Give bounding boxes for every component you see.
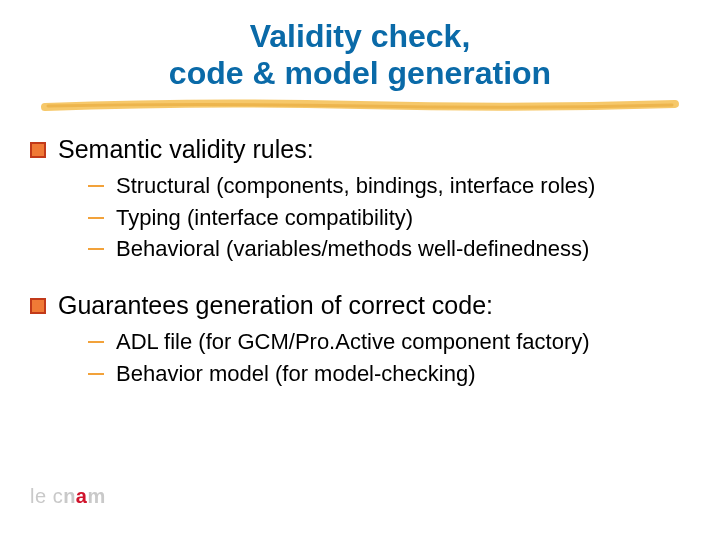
sub-item: Structural (components, bindings, interf… — [88, 171, 690, 201]
title-underline — [40, 98, 680, 112]
sub-text: Structural (components, bindings, interf… — [116, 171, 595, 201]
sub-item: Typing (interface compatibility) — [88, 203, 690, 233]
sub-item: Behavioral (variables/methods well-defin… — [88, 234, 690, 264]
title-line-1: Validity check, — [30, 18, 690, 55]
sub-item: Behavior model (for model-checking) — [88, 359, 690, 389]
square-bullet-icon — [30, 298, 46, 314]
sub-text: Behavior model (for model-checking) — [116, 359, 476, 389]
title-line-2: code & model generation — [30, 55, 690, 92]
sub-text: ADL file (for GCM/Pro.Active component f… — [116, 327, 590, 357]
logo-m: m — [87, 485, 105, 507]
logo-prefix: le — [30, 485, 53, 507]
bullet-text: Guarantees generation of correct code: — [58, 290, 493, 321]
dash-bullet-icon — [88, 217, 104, 219]
slide: Validity check, code & model generation … — [0, 0, 720, 540]
sub-text: Behavioral (variables/methods well-defin… — [116, 234, 589, 264]
sub-list-2: ADL file (for GCM/Pro.Active component f… — [88, 327, 690, 388]
dash-bullet-icon — [88, 373, 104, 375]
logo-n: n — [63, 485, 76, 507]
sub-text: Typing (interface compatibility) — [116, 203, 413, 233]
dash-bullet-icon — [88, 341, 104, 343]
cnam-logo: le cnam — [30, 485, 106, 508]
main-list: Semantic validity rules: Structural (com… — [30, 134, 690, 389]
dash-bullet-icon — [88, 185, 104, 187]
bullet-text: Semantic validity rules: — [58, 134, 314, 165]
sub-item: ADL file (for GCM/Pro.Active component f… — [88, 327, 690, 357]
sub-list-1: Structural (components, bindings, interf… — [88, 171, 690, 264]
logo-a: a — [76, 485, 88, 507]
slide-title: Validity check, code & model generation — [30, 18, 690, 92]
bullet-guarantees: Guarantees generation of correct code: — [30, 290, 690, 321]
logo-c: c — [53, 485, 64, 507]
square-bullet-icon — [30, 142, 46, 158]
bullet-semantic-rules: Semantic validity rules: — [30, 134, 690, 165]
dash-bullet-icon — [88, 248, 104, 250]
